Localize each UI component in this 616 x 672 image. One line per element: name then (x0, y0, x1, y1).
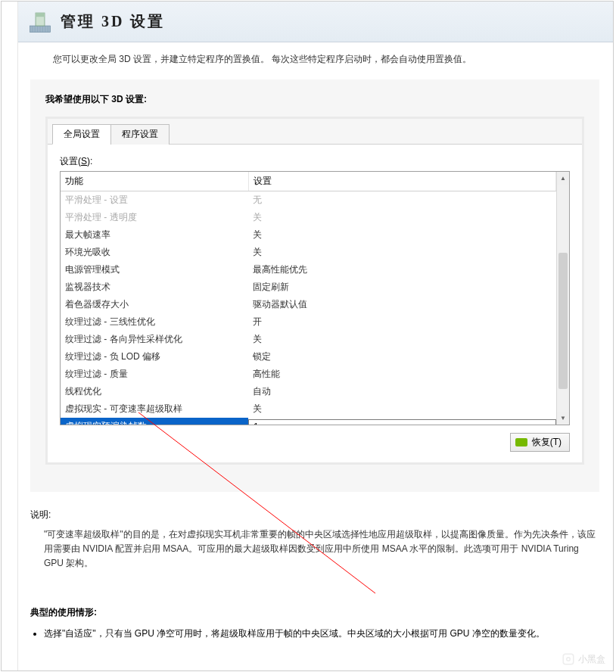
row-value[interactable]: 关 (248, 244, 556, 261)
settings-panel: 我希望使用以下 3D 设置: 全局设置 程序设置 设置(S): (30, 79, 599, 492)
left-gutter (2, 2, 18, 670)
content-area: 您可以更改全局 3D 设置，并建立特定程序的置换值。 每次这些特定程序启动时，都… (18, 42, 613, 670)
row-value[interactable]: 关 (248, 331, 556, 348)
watermark: 小黑盒 (562, 652, 605, 666)
settings-table-scroll[interactable]: 功能 设置 平滑处理 - 设置无平滑处理 - 透明度关最大帧速率关环境光吸收关电… (61, 172, 556, 425)
row-feature[interactable]: 虚拟现实预渲染帧数 (61, 418, 248, 425)
scroll-up-icon[interactable]: ▲ (557, 172, 569, 185)
settings-label-prefix: 设置( (60, 156, 81, 166)
settings-label-suffix: ): (87, 156, 92, 166)
scroll-thumb[interactable] (558, 253, 568, 389)
usage-label: 典型的使用情形: (30, 606, 599, 619)
nvidia-badge-icon (515, 438, 527, 446)
table-row[interactable]: 纹理过滤 - 各向异性采样优化关 (61, 331, 556, 348)
table-row[interactable]: 虚拟现实 - 可变速率超级取样关 (61, 400, 556, 418)
svg-rect-10 (36, 13, 45, 17)
row-feature[interactable]: 虚拟现实 - 可变速率超级取样 (61, 400, 248, 418)
col-header-setting[interactable]: 设置 (248, 172, 556, 191)
settings-label-key: S (81, 156, 87, 166)
restore-row: 恢复(T) (60, 433, 570, 452)
row-feature[interactable]: 纹理过滤 - 各向异性采样优化 (61, 331, 248, 348)
row-feature[interactable]: 线程优化 (61, 383, 248, 400)
nvidia-3d-icon (27, 9, 53, 35)
table-row[interactable]: 平滑处理 - 设置无 (61, 191, 556, 210)
settings-table-wrap: 功能 设置 平滑处理 - 设置无平滑处理 - 透明度关最大帧速率关环境光吸收关电… (60, 171, 570, 425)
usage-item: 选择"自适应"，只有当 GPU 净空可用时，将超级取样应用于帧的中央区域。中央区… (44, 627, 599, 641)
row-value[interactable]: 固定刷新 (248, 278, 556, 296)
table-row[interactable]: 纹理过滤 - 质量高性能 (61, 366, 556, 383)
tabs-container: 全局设置 程序设置 设置(S): 功能 设置 (45, 117, 584, 465)
table-row[interactable]: 纹理过滤 - 负 LOD 偏移锁定 (61, 348, 556, 366)
col-header-feature[interactable]: 功能 (61, 172, 248, 191)
row-value[interactable]: 驱动器默认值 (248, 296, 556, 313)
description-label: 说明: (30, 509, 599, 521)
table-row[interactable]: 最大帧速率关 (61, 226, 556, 244)
row-value[interactable]: 开 (248, 313, 556, 331)
dropdown-value: 1 (249, 422, 543, 425)
vertical-scrollbar[interactable]: ▲ ▼ (556, 172, 569, 425)
table-row[interactable]: 线程优化自动 (61, 383, 556, 400)
watermark-text: 小黑盒 (578, 653, 605, 666)
table-row[interactable]: 平滑处理 - 透明度关 (61, 209, 556, 226)
row-value[interactable]: 关 (248, 226, 556, 244)
restore-label: 恢复(T) (532, 436, 562, 449)
svg-point-13 (567, 658, 571, 661)
row-value[interactable]: 最高性能优先 (248, 261, 556, 278)
restore-button[interactable]: 恢复(T) (510, 433, 570, 452)
row-feature[interactable]: 纹理过滤 - 质量 (61, 366, 248, 383)
table-row[interactable]: 纹理过滤 - 三线性优化开 (61, 313, 556, 331)
svg-rect-12 (563, 654, 574, 664)
page-title: 管理 3D 设置 (61, 11, 165, 32)
row-feature[interactable]: 纹理过滤 - 负 LOD 偏移 (61, 348, 248, 366)
row-feature[interactable]: 纹理过滤 - 三线性优化 (61, 313, 248, 331)
description-text: "可变速率超级取样"的目的是，在对虚拟现实耳机非常重要的帧的中央区域选择性地应用… (30, 527, 599, 571)
tab-global[interactable]: 全局设置 (52, 124, 111, 145)
table-row[interactable]: 监视器技术固定刷新 (61, 278, 556, 296)
scroll-down-icon[interactable]: ▼ (557, 412, 569, 425)
chevron-down-icon[interactable]: ⌄ (543, 420, 555, 425)
row-feature[interactable]: 监视器技术 (61, 278, 248, 296)
tab-program[interactable]: 程序设置 (110, 124, 170, 145)
scroll-track[interactable] (557, 185, 569, 412)
table-row[interactable]: 着色器缓存大小驱动器默认值 (61, 296, 556, 313)
tab-row: 全局设置 程序设置 (48, 119, 582, 145)
row-value[interactable]: 自动 (248, 383, 556, 400)
panel-title: 我希望使用以下 3D 设置: (45, 93, 584, 106)
description-section: 说明: "可变速率超级取样"的目的是，在对虚拟现实耳机非常重要的帧的中央区域选择… (30, 509, 599, 571)
intro-text: 您可以更改全局 3D 设置，并建立特定程序的置换值。 每次这些特定程序启动时，都… (53, 53, 599, 66)
row-feature[interactable]: 电源管理模式 (61, 261, 248, 278)
row-value[interactable]: 锁定 (248, 348, 556, 366)
row-feature[interactable]: 平滑处理 - 设置 (61, 191, 248, 210)
row-feature[interactable]: 着色器缓存大小 (61, 296, 248, 313)
value-dropdown[interactable]: 1⌄ (248, 419, 556, 425)
row-value[interactable]: 关 (248, 209, 556, 226)
table-row[interactable]: 虚拟现实预渲染帧数1⌄ (61, 418, 556, 425)
table-row[interactable]: 电源管理模式最高性能优先 (61, 261, 556, 278)
settings-list-label: 设置(S): (60, 155, 570, 168)
row-value[interactable]: 高性能 (248, 366, 556, 383)
settings-table: 功能 设置 平滑处理 - 设置无平滑处理 - 透明度关最大帧速率关环境光吸收关电… (61, 172, 556, 425)
header-bar: 管理 3D 设置 (18, 2, 613, 42)
usage-list: 选择"自适应"，只有当 GPU 净空可用时，将超级取样应用于帧的中央区域。中央区… (30, 627, 599, 641)
usage-section: 典型的使用情形: 选择"自适应"，只有当 GPU 净空可用时，将超级取样应用于帧… (30, 606, 599, 641)
row-feature[interactable]: 最大帧速率 (61, 226, 248, 244)
row-value[interactable]: 关 (248, 400, 556, 418)
watermark-icon (562, 652, 575, 666)
row-value[interactable]: 1⌄ (248, 418, 556, 425)
table-row[interactable]: 环境光吸收关 (61, 244, 556, 261)
tab-body: 设置(S): 功能 设置 平滑处理 - 设 (48, 145, 582, 462)
row-value[interactable]: 无 (248, 191, 556, 210)
row-feature[interactable]: 环境光吸收 (61, 244, 248, 261)
row-feature[interactable]: 平滑处理 - 透明度 (61, 209, 248, 226)
